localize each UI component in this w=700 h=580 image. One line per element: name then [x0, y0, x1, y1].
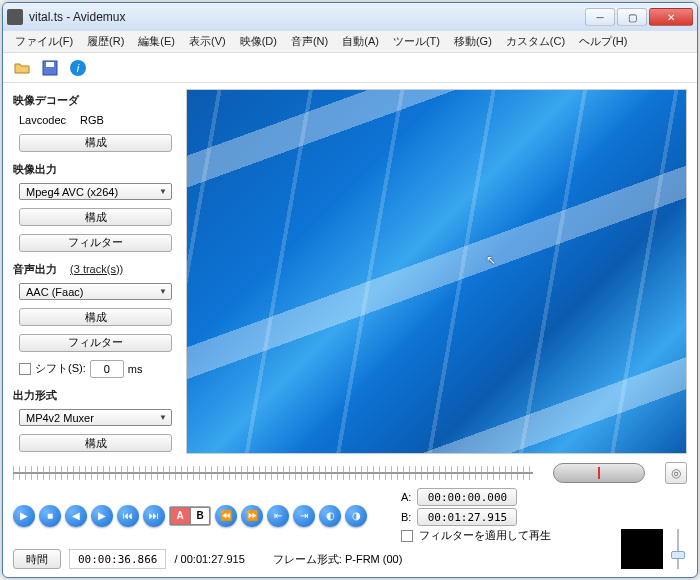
next-frame-button[interactable]: ▶: [91, 505, 113, 527]
menu-audio[interactable]: 音声(N): [285, 32, 334, 51]
close-button[interactable]: ✕: [649, 8, 693, 26]
window-title: vital.ts - Avidemux: [29, 10, 585, 24]
menu-file[interactable]: ファイル(F): [9, 32, 79, 51]
goto-marker-b-button[interactable]: ⇥: [293, 505, 315, 527]
cursor-icon: ↖: [486, 253, 496, 267]
video-decoder-header: 映像デコーダ: [13, 93, 178, 108]
timeline-slider[interactable]: [13, 466, 533, 480]
chevron-down-icon: ▼: [159, 287, 167, 296]
video-filter-button[interactable]: フィルター: [19, 234, 172, 252]
prev-black-button[interactable]: ◐: [319, 505, 341, 527]
output-format-select[interactable]: MP4v2 Muxer ▼: [19, 409, 172, 427]
stop-button[interactable]: ■: [39, 505, 61, 527]
total-time: / 00:01:27.915: [174, 553, 244, 565]
video-output-header: 映像出力: [13, 162, 178, 177]
next-keyframe-button[interactable]: ⏭: [143, 505, 165, 527]
menu-custom[interactable]: カスタム(C): [500, 32, 571, 51]
svg-rect-1: [46, 62, 54, 67]
marker-b-time[interactable]: 00:01:27.915: [417, 508, 517, 526]
set-marker-b-button[interactable]: B: [190, 507, 210, 525]
apply-filters-checkbox[interactable]: [401, 530, 413, 542]
side-panel: 映像デコーダ Lavcodec RGB 構成 映像出力 Mpeg4 AVC (x…: [13, 89, 178, 454]
maximize-button[interactable]: ▢: [617, 8, 647, 26]
audio-configure-button[interactable]: 構成: [19, 308, 172, 326]
chevron-down-icon: ▼: [159, 187, 167, 196]
menu-video[interactable]: 映像(D): [234, 32, 283, 51]
disc-icon[interactable]: ◎: [665, 462, 687, 484]
menu-tools[interactable]: ツール(T): [387, 32, 446, 51]
shift-label: シフト(S):: [35, 361, 86, 376]
shift-unit: ms: [128, 363, 143, 375]
prev-frame-button[interactable]: ◀: [65, 505, 87, 527]
nav-wheel[interactable]: [553, 463, 645, 483]
shift-value-input[interactable]: [90, 360, 124, 378]
video-codec-select[interactable]: Mpeg4 AVC (x264) ▼: [19, 183, 172, 201]
decoder-configure-button[interactable]: 構成: [19, 134, 172, 152]
marker-a-time[interactable]: 00:00:00.000: [417, 488, 517, 506]
audio-output-header: 音声出力 (3 track(s)): [13, 262, 178, 277]
output-format-value: MP4v2 Muxer: [26, 412, 94, 424]
save-icon[interactable]: [39, 57, 61, 79]
goto-start-button[interactable]: ⏪: [215, 505, 237, 527]
audio-filter-button[interactable]: フィルター: [19, 334, 172, 352]
goto-marker-a-button[interactable]: ⇤: [267, 505, 289, 527]
menu-auto[interactable]: 自動(A): [336, 32, 385, 51]
toolbar: i: [3, 53, 697, 83]
menu-recent[interactable]: 履歴(R): [81, 32, 130, 51]
audio-tracks-link[interactable]: (3 track(s)): [70, 263, 123, 275]
video-configure-button[interactable]: 構成: [19, 208, 172, 226]
audio-codec-select[interactable]: AAC (Faac) ▼: [19, 283, 172, 301]
menu-go[interactable]: 移動(G): [448, 32, 498, 51]
menu-view[interactable]: 表示(V): [183, 32, 232, 51]
chevron-down-icon: ▼: [159, 413, 167, 422]
transport-bar: ▶ ■ ◀ ▶ ⏮ ⏭ A B ⏪ ⏩ ⇤ ⇥ ◐ ◑: [13, 488, 611, 543]
marker-b-label: B:: [401, 511, 411, 523]
prev-keyframe-button[interactable]: ⏮: [117, 505, 139, 527]
titlebar: vital.ts - Avidemux ─ ▢ ✕: [3, 3, 697, 31]
set-marker-a-button[interactable]: A: [170, 507, 190, 525]
shift-checkbox[interactable]: [19, 363, 31, 375]
video-codec-value: Mpeg4 AVC (x264): [26, 186, 118, 198]
menubar: ファイル(F) 履歴(R) 編集(E) 表示(V) 映像(D) 音声(N) 自動…: [3, 31, 697, 53]
info-icon[interactable]: i: [67, 57, 89, 79]
minimize-button[interactable]: ─: [585, 8, 615, 26]
decoder-name: Lavcodec: [19, 114, 66, 126]
next-black-button[interactable]: ◑: [345, 505, 367, 527]
current-time[interactable]: 00:00:36.866: [69, 549, 166, 569]
open-icon[interactable]: [11, 57, 33, 79]
app-icon: [7, 9, 23, 25]
apply-filters-label: フィルターを適用して再生: [419, 528, 551, 543]
frame-type: フレーム形式: P-FRM (00): [273, 552, 403, 567]
format-configure-button[interactable]: 構成: [19, 434, 172, 452]
decoder-colorspace: RGB: [80, 114, 104, 126]
audio-codec-value: AAC (Faac): [26, 286, 83, 298]
video-preview: ↖: [186, 89, 687, 454]
time-button[interactable]: 時間: [13, 549, 61, 569]
volume-slider[interactable]: [669, 529, 687, 569]
goto-end-button[interactable]: ⏩: [241, 505, 263, 527]
marker-a-label: A:: [401, 491, 411, 503]
menu-edit[interactable]: 編集(E): [132, 32, 181, 51]
output-format-header: 出力形式: [13, 388, 178, 403]
status-row: 時間 00:00:36.866 / 00:01:27.915 フレーム形式: P…: [13, 549, 611, 569]
audio-meter: [621, 529, 663, 569]
play-button[interactable]: ▶: [13, 505, 35, 527]
menu-help[interactable]: ヘルプ(H): [573, 32, 633, 51]
